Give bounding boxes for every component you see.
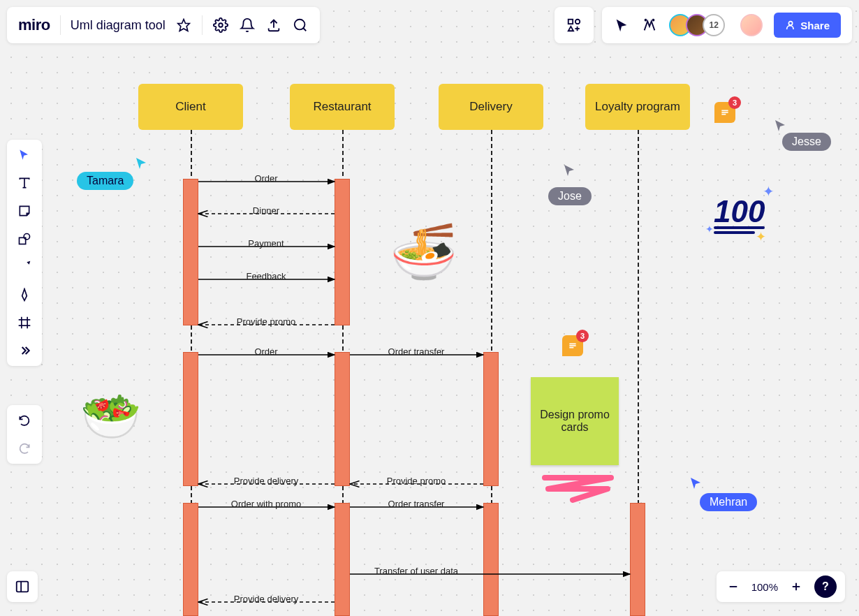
remote-cursor-label: Jose (548, 187, 592, 205)
comment-count-badge: 3 (728, 96, 741, 109)
message-label: Order (254, 173, 277, 184)
reactions-icon[interactable] (641, 17, 658, 34)
sticky-tool-icon[interactable] (16, 203, 33, 219)
shapes-tool-icon[interactable] (16, 230, 33, 247)
export-icon[interactable] (265, 17, 282, 34)
svg-point-20 (219, 23, 223, 27)
activation-bar[interactable] (335, 352, 350, 486)
sticky-text: Design promo cards (538, 409, 612, 434)
message-label: Dinner (253, 205, 279, 216)
activation-bar[interactable] (335, 179, 350, 325)
redo-icon[interactable] (16, 440, 33, 457)
more-tools-icon[interactable] (16, 342, 33, 359)
svg-marker-26 (568, 27, 573, 31)
star-icon[interactable] (175, 17, 192, 34)
message-label: Payment (248, 238, 284, 249)
hundred-text: 100 (714, 194, 765, 228)
message-arrows-svg (0, 0, 859, 616)
participant-delivery[interactable]: Delivery (439, 84, 543, 130)
avatar-more-count[interactable]: 12 (703, 14, 725, 36)
remote-cursor-label: Mehran (700, 493, 757, 511)
activation-bar[interactable] (183, 179, 198, 325)
svg-point-25 (575, 20, 580, 24)
svg-point-29 (645, 20, 647, 21)
sparkle-icon: ✦ (763, 183, 774, 200)
message-label: Order transfer (388, 346, 445, 357)
board-header: miro Uml diagram tool (7, 7, 320, 43)
svg-point-22 (294, 20, 304, 30)
message-label: Provide delivery (234, 594, 299, 604)
hundred-sticker[interactable]: 100 (714, 194, 765, 234)
hide-panel-icon[interactable] (7, 571, 38, 602)
select-tool-icon[interactable] (16, 147, 33, 163)
search-icon[interactable] (292, 17, 309, 34)
zoom-in-icon[interactable] (788, 578, 805, 595)
comment-icon[interactable]: 3 (714, 102, 735, 123)
activation-bar[interactable] (335, 503, 350, 616)
pointer-mode-icon[interactable] (613, 17, 630, 34)
topbar-right: 12 Share (555, 7, 852, 43)
miro-logo[interactable]: miro (18, 16, 50, 34)
scribble-mark[interactable] (541, 472, 618, 506)
frame-tool-icon[interactable] (16, 314, 33, 331)
message-label: Order (254, 346, 277, 357)
message-label: Order with promo (231, 499, 301, 509)
salad-image[interactable]: 🥗 (80, 388, 141, 445)
participant-loyalty[interactable]: Loyalty program (585, 84, 690, 130)
message-label: Order transfer (388, 499, 445, 509)
apps-icon[interactable] (566, 17, 582, 34)
help-icon[interactable]: ? (814, 575, 837, 598)
participant-client[interactable]: Client (138, 84, 243, 130)
message-label: Provide delivery (234, 476, 299, 486)
avatar-self[interactable] (740, 14, 763, 36)
remote-cursor-label: Jesse (782, 133, 831, 151)
activation-bar[interactable] (630, 503, 645, 616)
message-label: Provide promo (237, 316, 296, 327)
svg-point-31 (789, 22, 793, 25)
remote-cursor-arrow (135, 156, 149, 170)
svg-marker-19 (177, 20, 189, 31)
board-title[interactable]: Uml diagram tool (71, 18, 166, 33)
divider (202, 15, 203, 35)
uml-sequence-diagram: Client Restaurant Delivery Loyalty progr… (0, 0, 859, 616)
connector-tool-icon[interactable] (16, 258, 33, 275)
participant-restaurant[interactable]: Restaurant (290, 84, 395, 130)
remote-cursor-arrow (563, 163, 577, 177)
share-label: Share (800, 20, 830, 31)
message-label: Provide promo (387, 476, 446, 486)
side-toolbar (7, 140, 42, 366)
share-button[interactable]: Share (774, 13, 841, 38)
zoom-controls: 100% ? (717, 571, 845, 602)
zoom-level[interactable]: 100% (751, 581, 778, 593)
text-tool-icon[interactable] (16, 175, 33, 191)
bell-icon[interactable] (239, 17, 256, 34)
comment-icon[interactable]: 3 (562, 335, 583, 356)
collaborator-avatars[interactable]: 12 (669, 14, 725, 36)
collab-box: 12 Share (602, 7, 852, 43)
sparkle-icon: ✦ (756, 229, 766, 244)
divider (60, 15, 61, 35)
svg-rect-24 (568, 20, 573, 24)
zoom-out-icon[interactable] (725, 578, 742, 595)
undo-redo-panel (7, 405, 42, 464)
noodles-image[interactable]: 🍜 (390, 220, 457, 284)
remote-cursor-arrow (689, 476, 703, 490)
svg-point-35 (24, 234, 29, 240)
svg-line-23 (303, 28, 306, 31)
pen-tool-icon[interactable] (16, 286, 33, 303)
remote-cursor-arrow (774, 119, 788, 133)
svg-point-30 (653, 20, 654, 21)
message-label: Transfer of user data (374, 566, 458, 576)
sparkle-icon: ✦ (705, 223, 714, 235)
settings-icon[interactable] (212, 17, 229, 34)
svg-rect-40 (17, 582, 29, 592)
sticky-note[interactable]: Design promo cards (531, 377, 619, 465)
activation-bar[interactable] (483, 352, 499, 486)
comment-count-badge: 3 (576, 330, 589, 342)
activation-bar[interactable] (183, 503, 198, 616)
activation-bar[interactable] (183, 352, 198, 486)
activation-bar[interactable] (483, 503, 499, 616)
undo-icon[interactable] (16, 412, 33, 429)
remote-cursor-label: Tamara (77, 172, 133, 190)
apps-button-box (555, 7, 594, 43)
